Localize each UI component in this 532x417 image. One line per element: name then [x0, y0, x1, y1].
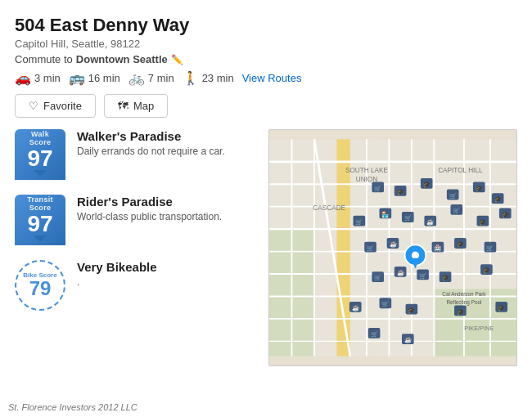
favorite-button[interactable]: ♡ Favorite — [15, 94, 96, 118]
watermark: St. Florence Investors 2012 LLC — [8, 402, 138, 412]
transit-badge-label: Transit Score — [20, 196, 61, 213]
property-title: 504 East Denny Way — [15, 15, 517, 36]
map-svg: SOUTH LAKE UNION CAPITOL HILL CASCADE Ca… — [269, 130, 516, 365]
bus-icon: 🚌 — [69, 70, 85, 86]
transit-badge: Transit Score 97 — [15, 195, 65, 245]
bike-score-item: Bike Score 79 Very Bikeable . — [15, 260, 260, 311]
walk-score-badge: Walk Score 97 — [15, 129, 65, 180]
bike-icon: 🚲 — [128, 70, 145, 86]
commute-prefix: Commute to — [15, 53, 73, 65]
svg-text:🛒: 🛒 — [404, 215, 413, 222]
transit-score-title: Rider's Paradise — [77, 195, 222, 208]
transit-badge-number: 97 — [20, 213, 61, 235]
transit-walk: 🚶 23 min — [183, 70, 234, 86]
favorite-label: Favorite — [43, 100, 82, 112]
svg-text:🎓: 🎓 — [457, 241, 465, 249]
car-icon: 🚗 — [15, 70, 31, 86]
transit-score-badge: Transit Score 97 — [15, 195, 65, 245]
svg-text:☕: ☕ — [426, 218, 435, 226]
transit-bus: 🚌 16 min — [69, 70, 120, 86]
svg-text:🛒: 🛒 — [419, 272, 427, 280]
heart-icon: ♡ — [29, 100, 38, 112]
svg-text:🎓: 🎓 — [483, 267, 491, 275]
svg-text:🛒: 🛒 — [367, 244, 375, 252]
map-button[interactable]: 🗺 Map — [104, 94, 168, 118]
svg-text:🛒: 🛒 — [355, 218, 363, 226]
action-buttons: ♡ Favorite 🗺 Map — [15, 94, 517, 118]
svg-text:🎓: 🎓 — [442, 275, 450, 282]
scores-section: Walk Score 97 Walker's Paradise Daily er… — [15, 129, 260, 366]
walk-score-item: Walk Score 97 Walker's Paradise Daily er… — [15, 129, 260, 180]
scores-map-section: Walk Score 97 Walker's Paradise Daily er… — [15, 129, 517, 366]
bike-score-text: Very Bikeable . — [77, 260, 157, 289]
svg-text:🛒: 🛒 — [374, 275, 382, 282]
svg-text:🏪: 🏪 — [381, 211, 390, 218]
svg-text:🎓: 🎓 — [479, 218, 487, 226]
svg-text:🎓: 🎓 — [502, 211, 510, 218]
map-label: Map — [133, 100, 154, 112]
svg-text:☕: ☕ — [404, 337, 413, 344]
transit-score-desc: World-class public transportation. — [77, 210, 222, 224]
bike-time: 7 min — [148, 72, 174, 84]
bike-badge-outer: Bike Score 79 — [15, 260, 65, 311]
svg-text:UNION: UNION — [356, 176, 378, 183]
svg-text:🛒: 🛒 — [371, 330, 379, 338]
svg-text:🎓: 🎓 — [423, 181, 431, 188]
svg-text:CASCADE: CASCADE — [313, 205, 345, 213]
edit-icon[interactable]: ✏️ — [171, 54, 183, 65]
walk-icon: 🚶 — [183, 70, 199, 86]
transit-score-item: Transit Score 97 Rider's Paradise World-… — [15, 195, 260, 245]
main-container: 504 East Denny Way Capitol Hill, Seattle… — [0, 0, 532, 366]
map-section: SOUTH LAKE UNION CAPITOL HILL CASCADE Ca… — [268, 129, 517, 366]
map-container[interactable]: SOUTH LAKE UNION CAPITOL HILL CASCADE Ca… — [268, 129, 517, 366]
svg-text:Reflecting Pool: Reflecting Pool — [446, 299, 481, 306]
walk-score-title: Walker's Paradise — [77, 129, 225, 143]
bike-score-desc: . — [77, 276, 157, 289]
commute-line: Commute to Downtown Seattle ✏️ — [15, 53, 517, 65]
view-routes-link[interactable]: View Routes — [242, 72, 302, 84]
svg-text:CAPITOL HILL: CAPITOL HILL — [438, 168, 483, 175]
svg-text:🛒: 🛒 — [381, 301, 390, 308]
svg-text:🛒: 🛒 — [449, 192, 458, 200]
svg-text:🎓: 🎓 — [498, 304, 506, 312]
drive-time: 3 min — [34, 72, 61, 84]
svg-text:🛒: 🛒 — [374, 185, 382, 192]
svg-text:🎓: 🎓 — [457, 308, 465, 316]
bike-badge-inner: Bike Score 79 — [23, 272, 56, 299]
svg-text:🎓: 🎓 — [408, 307, 416, 314]
bike-score-badge: Bike Score 79 — [15, 260, 65, 311]
bus-time: 16 min — [88, 72, 120, 84]
walk-badge: Walk Score 97 — [15, 129, 65, 180]
walk-score-desc: Daily errands do not require a car. — [77, 145, 225, 159]
svg-text:SOUTH LAKE: SOUTH LAKE — [345, 168, 389, 175]
svg-text:🎓: 🎓 — [476, 185, 484, 192]
walk-score-text: Walker's Paradise Daily errands do not r… — [77, 129, 225, 159]
transit-bike: 🚲 7 min — [128, 70, 174, 86]
transit-row: 🚗 3 min 🚌 16 min 🚲 7 min 🚶 23 min View R… — [15, 70, 517, 86]
svg-text:PIKE/PINE: PIKE/PINE — [464, 325, 494, 332]
svg-text:🛒: 🛒 — [453, 207, 461, 214]
property-address: Capitol Hill, Seattle, 98122 — [15, 38, 517, 50]
bike-badge-number: 79 — [29, 279, 52, 298]
bike-score-title: Very Bikeable — [77, 260, 157, 274]
transit-drive: 🚗 3 min — [15, 70, 61, 86]
walk-badge-number: 97 — [20, 147, 61, 170]
walk-time: 23 min — [202, 72, 234, 84]
svg-text:☕: ☕ — [352, 304, 360, 312]
svg-text:🛒: 🛒 — [486, 244, 494, 252]
transit-score-text: Rider's Paradise World-class public tran… — [77, 195, 222, 224]
map-icon: 🗺 — [118, 100, 128, 112]
svg-text:🎓: 🎓 — [397, 188, 405, 195]
svg-text:🏥: 🏥 — [434, 244, 442, 252]
svg-text:🎓: 🎓 — [494, 196, 503, 204]
commute-destination: Downtown Seattle — [76, 53, 168, 65]
svg-text:☕: ☕ — [397, 269, 405, 276]
svg-text:Cal Anderson Park: Cal Anderson Park — [442, 292, 486, 298]
svg-point-92 — [412, 252, 419, 259]
svg-text:☕: ☕ — [390, 241, 398, 249]
